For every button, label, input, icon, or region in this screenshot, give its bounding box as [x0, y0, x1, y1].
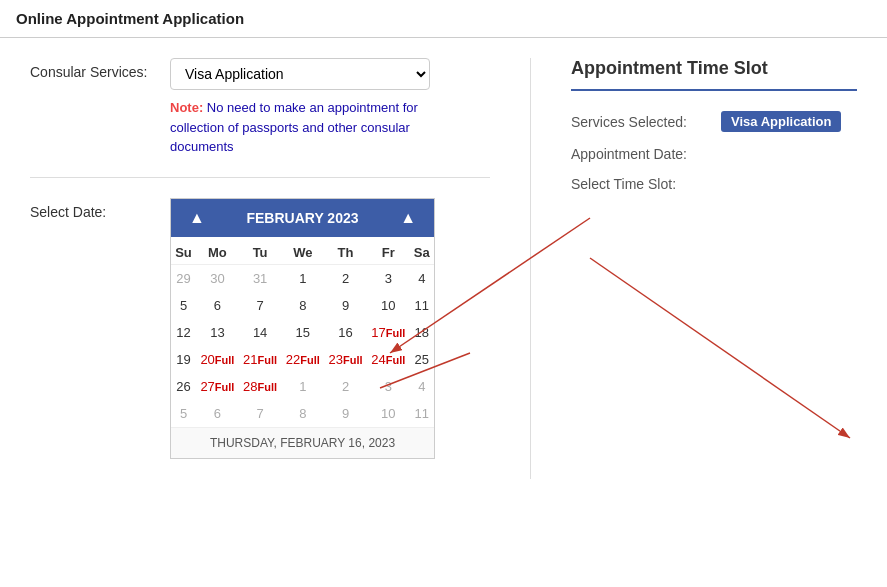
calendar-day[interactable]: 19 [171, 346, 196, 373]
day-header-th: Th [324, 237, 367, 265]
full-label: Full [343, 354, 363, 366]
calendar-month-year: FEBRUARY 2023 [246, 210, 358, 226]
calendar-day: 9 [324, 400, 367, 427]
calendar-day: 2 [324, 373, 367, 400]
calendar-week-5: 567891011 [171, 400, 434, 427]
calendar-day[interactable]: 15 [281, 319, 324, 346]
calendar-day: 3 [367, 373, 410, 400]
right-panel-title: Appointment Time Slot [571, 58, 857, 91]
calendar-day[interactable]: 28Full [239, 373, 282, 400]
calendar-day[interactable]: 13 [196, 319, 239, 346]
right-panel: Appointment Time Slot Services Selected:… [530, 58, 857, 479]
calendar-day[interactable]: 21Full [239, 346, 282, 373]
calendar-week-0: 2930311234 [171, 264, 434, 292]
calendar-day: 1 [281, 373, 324, 400]
appointment-date-row: Appointment Date: [571, 146, 857, 162]
select-time-slot-label: Select Time Slot: [571, 176, 721, 192]
full-label: Full [258, 354, 278, 366]
calendar-day[interactable]: 6 [196, 292, 239, 319]
calendar-day: 30 [196, 264, 239, 292]
day-number: 20 [200, 352, 214, 367]
day-header-tu: Tu [239, 237, 282, 265]
calendar-day: 6 [196, 400, 239, 427]
calendar-day[interactable]: 22Full [281, 346, 324, 373]
calendar-day[interactable]: 2 [324, 264, 367, 292]
calendar-day: 10 [367, 400, 410, 427]
day-number: 28 [243, 379, 257, 394]
day-number: 24 [371, 352, 385, 367]
day-number: 27 [200, 379, 214, 394]
calendar-week-4: 2627Full28Full1234 [171, 373, 434, 400]
consular-services-control: Visa Application Passport Services Notar… [170, 58, 490, 157]
appointment-date-label: Appointment Date: [571, 146, 721, 162]
calendar-day[interactable]: 10 [367, 292, 410, 319]
calendar-day[interactable]: 11 [410, 292, 434, 319]
calendar-day[interactable]: 24Full [367, 346, 410, 373]
next-month-button[interactable]: ▲ [396, 209, 420, 227]
full-label: Full [215, 354, 235, 366]
left-panel: Consular Services: Visa Application Pass… [30, 58, 490, 479]
day-header-su: Su [171, 237, 196, 265]
select-time-slot-row: Select Time Slot: [571, 176, 857, 192]
calendar-day[interactable]: 1 [281, 264, 324, 292]
day-number: 17 [371, 325, 385, 340]
main-content: Consular Services: Visa Application Pass… [0, 38, 887, 499]
calendar-day: 11 [410, 400, 434, 427]
calendar-day: 29 [171, 264, 196, 292]
calendar-day[interactable]: 8 [281, 292, 324, 319]
full-label: Full [215, 381, 235, 393]
calendar-day[interactable]: 4 [410, 264, 434, 292]
calendar-day[interactable]: 27Full [196, 373, 239, 400]
calendar-header: ▲ FEBRUARY 2023 ▲ [171, 199, 434, 237]
calendar-day[interactable]: 14 [239, 319, 282, 346]
calendar-body: 2930311234567891011121314151617Full18192… [171, 264, 434, 427]
full-label: Full [258, 381, 278, 393]
select-date-label: Select Date: [30, 198, 170, 220]
calendar-day[interactable]: 26 [171, 373, 196, 400]
full-label: Full [386, 354, 406, 366]
calendar-wrapper: ▲ FEBRUARY 2023 ▲ Su Mo Tu We Th [170, 198, 490, 459]
calendar-day: 5 [171, 400, 196, 427]
day-number: 23 [329, 352, 343, 367]
calendar-week-3: 1920Full21Full22Full23Full24Full25 [171, 346, 434, 373]
app-title: Online Appointment Application [16, 10, 244, 27]
note-label: Note: [170, 100, 207, 115]
calendar-day[interactable]: 17Full [367, 319, 410, 346]
divider [30, 177, 490, 178]
full-label: Full [300, 354, 320, 366]
service-select[interactable]: Visa Application Passport Services Notar… [170, 58, 430, 90]
day-header-mo: Mo [196, 237, 239, 265]
service-badge: Visa Application [721, 111, 841, 132]
calendar-day[interactable]: 20Full [196, 346, 239, 373]
calendar-day[interactable]: 16 [324, 319, 367, 346]
calendar-day[interactable]: 5 [171, 292, 196, 319]
consular-services-row: Consular Services: Visa Application Pass… [30, 58, 490, 157]
select-date-row: Select Date: ▲ FEBRUARY 2023 ▲ Su Mo Tu [30, 198, 490, 459]
note-text: Note: No need to make an appointment for… [170, 98, 430, 157]
calendar-day: 4 [410, 373, 434, 400]
full-label: Full [386, 327, 406, 339]
calendar-container: ▲ FEBRUARY 2023 ▲ Su Mo Tu We Th [170, 198, 435, 459]
note-content: No need to make an appointment for colle… [170, 100, 418, 154]
calendar-day: 7 [239, 400, 282, 427]
app-header: Online Appointment Application [0, 0, 887, 38]
services-selected-label: Services Selected: [571, 114, 721, 130]
consular-services-label: Consular Services: [30, 58, 170, 80]
calendar-day[interactable]: 3 [367, 264, 410, 292]
day-header-we: We [281, 237, 324, 265]
calendar-day[interactable]: 25 [410, 346, 434, 373]
calendar-week-1: 567891011 [171, 292, 434, 319]
services-selected-row: Services Selected: Visa Application [571, 111, 857, 132]
calendar-footer: THURSDAY, FEBRUARY 16, 2023 [171, 427, 434, 458]
calendar-week-2: 121314151617Full18 [171, 319, 434, 346]
calendar-day[interactable]: 23Full [324, 346, 367, 373]
calendar-day[interactable]: 18 [410, 319, 434, 346]
calendar-day[interactable]: 12 [171, 319, 196, 346]
calendar-day[interactable]: 9 [324, 292, 367, 319]
calendar-day[interactable]: 7 [239, 292, 282, 319]
calendar-grid: Su Mo Tu We Th Fr Sa 2930311234567891011… [171, 237, 434, 427]
day-number: 22 [286, 352, 300, 367]
calendar-day: 31 [239, 264, 282, 292]
day-number: 21 [243, 352, 257, 367]
prev-month-button[interactable]: ▲ [185, 209, 209, 227]
